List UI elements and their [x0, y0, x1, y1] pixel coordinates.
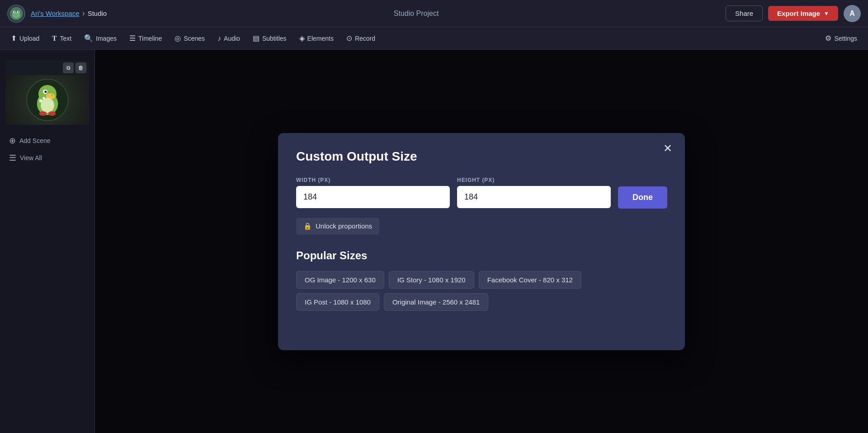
toolbar-record[interactable]: ⊙ Record — [341, 31, 381, 45]
toolbar-timeline-label: Timeline — [138, 35, 162, 42]
add-scene-label: Add Scene — [19, 137, 51, 144]
scenes-icon: ◎ — [175, 34, 181, 43]
toolbar-subtitles-label: Subtitles — [262, 35, 287, 42]
share-button[interactable]: Share — [726, 5, 763, 21]
toolbar-text-label: Text — [60, 35, 71, 42]
width-input-group: WIDTH (px) — [296, 177, 450, 208]
toolbar-settings[interactable]: ⚙ Settings — [820, 31, 863, 45]
nav-right: Share Export Image ▼ A — [726, 5, 861, 22]
workspace-avatar[interactable] — [7, 5, 25, 23]
toolbar-upload[interactable]: ⬆ Upload — [5, 31, 45, 45]
scene-thumb-image — [5, 75, 89, 125]
view-all-label: View All — [20, 154, 42, 162]
add-scene-button[interactable]: ⊕ Add Scene — [5, 134, 89, 148]
size-chip-og-image[interactable]: OG Image - 1200 x 630 — [296, 271, 384, 289]
height-label: HEIGHT (px) — [457, 177, 611, 183]
toolbar: ⬆ Upload 𝐓 Text 🔍 Images ☰ Timeline ◎ Sc… — [0, 27, 868, 50]
breadcrumb-current: Studio — [88, 10, 107, 17]
subtitles-icon: ▤ — [253, 34, 259, 43]
toolbar-settings-label: Settings — [834, 35, 857, 42]
svg-point-16 — [48, 111, 56, 116]
height-input[interactable] — [457, 186, 611, 208]
toolbar-record-label: Record — [355, 35, 375, 42]
toolbar-scenes-label: Scenes — [184, 35, 205, 42]
export-chevron-icon: ▼ — [824, 10, 829, 17]
svg-point-14 — [41, 98, 54, 113]
unlock-proportions-label: Unlock proportions — [316, 222, 372, 230]
upload-icon: ⬆ — [11, 34, 17, 43]
canvas-area: ✕ Custom Output Size WIDTH (px) HEIGHT (… — [95, 50, 868, 433]
svg-point-13 — [51, 95, 52, 96]
toolbar-scenes[interactable]: ◎ Scenes — [169, 31, 210, 45]
add-scene-icon: ⊕ — [9, 136, 16, 146]
done-button[interactable]: Done — [618, 186, 667, 209]
yoshi-preview — [5, 75, 89, 125]
lock-icon: 🔒 — [303, 222, 312, 230]
toolbar-text[interactable]: 𝐓 Text — [47, 32, 77, 45]
export-button[interactable]: Export Image ▼ — [768, 6, 838, 21]
width-label: WIDTH (px) — [296, 177, 450, 183]
nav-center: Studio Project — [112, 10, 720, 18]
view-all-icon: ☰ — [9, 153, 16, 163]
copy-scene-button[interactable]: ⧉ — [63, 62, 74, 73]
popular-sizes-title: Popular Sizes — [296, 249, 667, 262]
size-chip-ig-story[interactable]: IG Story - 1080 x 1920 — [389, 271, 474, 289]
svg-point-12 — [44, 90, 47, 93]
main-layout: ⧉ 🗑 — [0, 50, 868, 433]
audio-icon: ♪ — [217, 34, 221, 43]
export-label: Export Image — [777, 10, 820, 17]
text-icon: 𝐓 — [52, 34, 57, 43]
svg-point-17 — [39, 99, 42, 102]
breadcrumb: Ari's Workspace › Studio — [31, 9, 107, 18]
view-all-button[interactable]: ☰ View All — [5, 151, 89, 165]
unlock-proportions-button[interactable]: 🔒 Unlock proportions — [296, 218, 379, 235]
toolbar-elements[interactable]: ◈ Elements — [294, 31, 339, 45]
elements-icon: ◈ — [299, 34, 305, 43]
toolbar-audio-label: Audio — [224, 35, 240, 42]
breadcrumb-separator: › — [82, 9, 85, 18]
user-avatar[interactable]: A — [844, 5, 861, 22]
size-chip-ig-post[interactable]: IG Post - 1080 x 1080 — [296, 293, 379, 311]
toolbar-elements-label: Elements — [307, 35, 334, 42]
scene-thumb-controls: ⧉ 🗑 — [5, 61, 89, 75]
toolbar-timeline[interactable]: ☰ Timeline — [124, 31, 167, 45]
size-chip-fb-cover[interactable]: Facebook Cover - 820 x 312 — [479, 271, 581, 289]
timeline-icon: ☰ — [129, 34, 136, 43]
workspace-link[interactable]: Ari's Workspace — [31, 10, 80, 17]
settings-icon: ⚙ — [825, 34, 831, 43]
svg-point-2 — [12, 12, 20, 18]
delete-scene-button[interactable]: 🗑 — [75, 62, 86, 73]
modal-title: Custom Output Size — [296, 149, 667, 164]
svg-point-5 — [14, 11, 15, 13]
sidebar-actions: ⊕ Add Scene ☰ View All — [0, 128, 94, 170]
svg-point-15 — [39, 111, 47, 116]
width-input[interactable] — [296, 186, 450, 208]
toolbar-images[interactable]: 🔍 Images — [79, 31, 122, 45]
scene-thumbnail: ⧉ 🗑 — [5, 61, 89, 125]
images-icon: 🔍 — [84, 34, 93, 43]
toolbar-images-label: Images — [96, 35, 117, 42]
modal-inputs-row: WIDTH (px) HEIGHT (px) Done — [296, 176, 667, 209]
custom-output-size-modal: ✕ Custom Output Size WIDTH (px) HEIGHT (… — [278, 133, 685, 350]
height-input-group: HEIGHT (px) — [457, 177, 611, 208]
sidebar: ⧉ 🗑 — [0, 50, 95, 433]
record-icon: ⊙ — [346, 34, 352, 43]
toolbar-audio[interactable]: ♪ Audio — [212, 32, 245, 45]
toolbar-subtitles[interactable]: ▤ Subtitles — [247, 31, 292, 45]
modal-overlay: ✕ Custom Output Size WIDTH (px) HEIGHT (… — [95, 50, 868, 433]
project-title: Studio Project — [394, 10, 439, 18]
popular-sizes-grid: OG Image - 1200 x 630 IG Story - 1080 x … — [296, 271, 667, 311]
modal-close-button[interactable]: ✕ — [660, 140, 676, 157]
size-chip-original[interactable]: Original Image - 2560 x 2481 — [384, 293, 488, 311]
toolbar-upload-label: Upload — [19, 35, 39, 42]
top-nav: Ari's Workspace › Studio Studio Project … — [0, 0, 868, 27]
svg-point-6 — [18, 11, 19, 13]
svg-point-18 — [42, 97, 45, 99]
